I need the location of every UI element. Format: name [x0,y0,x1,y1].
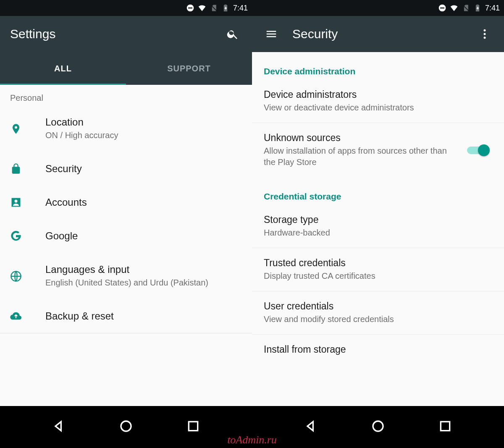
item-label: Google [45,230,242,242]
svg-point-8 [484,37,486,39]
item-label: Install from storage [264,344,492,355]
nav-recents-button[interactable] [438,419,452,435]
item-label: Security [45,163,242,175]
hamburger-icon [265,28,278,40]
globe-icon [10,270,22,282]
item-label: Storage type [264,214,492,225]
dnd-icon [438,4,446,12]
item-label: Trusted credentials [264,257,492,269]
svg-point-7 [484,33,486,35]
lock-icon [10,163,22,175]
item-sub: Display trusted CA certificates [264,270,492,282]
item-location[interactable]: Location ON / High accuracy [0,105,252,152]
item-sub: ON / High accuracy [45,130,242,141]
recents-icon [186,419,200,433]
item-sub: View and modify stored credentials [264,314,492,325]
section-device-administration: Device administration [252,52,504,80]
tab-support[interactable]: SUPPORT [126,52,252,85]
item-storage-type[interactable]: Storage type Hardware-backed [252,205,504,248]
item-sub: View or deactivate device administrators [264,102,492,113]
divider [0,333,252,333]
menu-button[interactable] [262,25,281,43]
item-label: Location [45,116,242,128]
appbar-settings: Settings ALL SUPPORT [0,16,252,85]
account-icon [10,196,22,208]
item-sub: Allow installation of apps from sources … [264,145,460,168]
item-label: User credentials [264,301,492,312]
google-icon [10,230,22,242]
no-sim-icon [462,4,470,12]
more-vert-icon [478,28,491,40]
item-install-from-storage[interactable]: Install from storage [252,335,504,364]
status-bar: 7:41 [0,0,252,16]
nav-home-button[interactable] [119,419,133,435]
item-google[interactable]: Google [0,219,252,253]
search-button[interactable] [223,25,242,43]
item-label: Languages & input [45,264,242,275]
item-sub: Hardware-backed [264,227,492,238]
item-sub: English (United States) and Urdu (Pakist… [45,277,242,288]
item-label: Backup & reset [45,310,242,322]
unknown-sources-toggle[interactable] [467,145,489,156]
security-list: Device administration Device administrat… [252,52,504,406]
tab-all[interactable]: ALL [0,52,126,85]
wifi-icon [198,4,206,12]
page-title: Security [292,27,464,41]
item-trusted-credentials[interactable]: Trusted credentials Display trusted CA c… [252,248,504,291]
svg-point-11 [373,421,383,431]
nav-recents-button[interactable] [186,419,200,435]
svg-rect-1 [188,8,192,9]
battery-icon [221,4,230,12]
search-icon [226,28,239,40]
svg-rect-5 [440,8,444,9]
home-icon [119,419,133,433]
item-label: Device administrators [264,89,492,100]
location-icon [10,123,22,135]
page-title: Settings [10,27,212,41]
item-unknown-sources[interactable]: Unknown sources Allow installation of ap… [252,123,504,177]
item-languages[interactable]: Languages & input English (United States… [0,253,252,299]
appbar-security: Security [252,16,504,52]
svg-point-6 [484,29,486,31]
clock: 7:41 [485,4,500,13]
nav-back-button[interactable] [52,419,66,435]
overflow-button[interactable] [475,25,494,43]
recents-icon [438,419,452,433]
nav-back-button[interactable] [304,419,318,435]
item-label: Unknown sources [264,132,460,144]
tabs: ALL SUPPORT [0,52,252,85]
svg-rect-12 [441,422,449,430]
item-backup[interactable]: Backup & reset [0,299,252,333]
screen-settings: 7:41 Settings ALL SUPPORT Personal Locat… [0,0,252,406]
wifi-icon [450,4,458,12]
settings-list: Personal Location ON / High accuracy Sec… [0,85,252,406]
category-personal: Personal [0,85,252,105]
item-accounts[interactable]: Accounts [0,186,252,219]
nav-home-button[interactable] [371,419,385,435]
battery-icon [473,4,482,12]
svg-point-9 [121,421,131,431]
section-credential-storage: Credential storage [252,177,504,205]
item-user-credentials[interactable]: User credentials View and modify stored … [252,291,504,335]
svg-point-2 [15,200,18,203]
backup-icon [10,310,22,322]
dnd-icon [186,4,194,12]
item-label: Accounts [45,196,242,208]
clock: 7:41 [233,4,248,13]
no-sim-icon [210,4,218,12]
navigation-bar: toAdmin.ru [0,406,504,448]
svg-rect-10 [189,422,197,430]
home-icon [371,419,385,433]
back-icon [304,419,318,433]
screen-security: 7:41 Security Device administration Devi… [252,0,504,406]
status-bar: 7:41 [252,0,504,16]
item-security[interactable]: Security [0,152,252,186]
back-icon [52,419,66,433]
item-device-administrators[interactable]: Device administrators View or deactivate… [252,80,504,123]
